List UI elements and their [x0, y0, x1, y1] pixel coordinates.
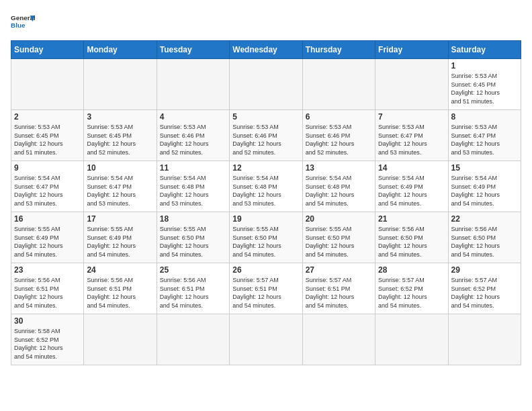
calendar-day-cell: 21Sunrise: 5:56 AM Sunset: 6:50 PM Dayli…: [375, 212, 448, 263]
day-number: 13: [306, 163, 372, 173]
calendar-day-cell: 6Sunrise: 5:53 AM Sunset: 6:46 PM Daylig…: [302, 110, 375, 161]
weekday-header-row: SundayMondayTuesdayWednesdayThursdayFrid…: [11, 41, 521, 59]
weekday-header-tuesday: Tuesday: [157, 41, 229, 59]
day-number: 1: [451, 61, 518, 71]
day-info: Sunrise: 5:57 AM Sunset: 6:52 PM Dayligh…: [378, 276, 445, 310]
day-number: 3: [87, 112, 153, 122]
day-number: 8: [451, 112, 518, 122]
calendar-day-cell: 13Sunrise: 5:54 AM Sunset: 6:48 PM Dayli…: [302, 161, 375, 212]
day-number: 22: [451, 214, 518, 224]
day-info: Sunrise: 5:53 AM Sunset: 6:45 PM Dayligh…: [451, 72, 518, 105]
page-header: General Blue: [11, 11, 521, 35]
day-info: Sunrise: 5:56 AM Sunset: 6:51 PM Dayligh…: [14, 276, 81, 310]
calendar-day-cell: 18Sunrise: 5:55 AM Sunset: 6:50 PM Dayli…: [157, 212, 229, 263]
calendar-day-cell: 19Sunrise: 5:55 AM Sunset: 6:50 PM Dayli…: [230, 212, 302, 263]
day-number: 21: [378, 214, 445, 224]
day-number: 23: [14, 265, 81, 275]
day-info: Sunrise: 5:53 AM Sunset: 6:45 PM Dayligh…: [14, 123, 81, 156]
calendar-week-row: 9Sunrise: 5:54 AM Sunset: 6:47 PM Daylig…: [11, 161, 521, 212]
day-number: 19: [232, 214, 299, 224]
day-number: 10: [87, 163, 153, 173]
calendar-day-cell: 3Sunrise: 5:53 AM Sunset: 6:45 PM Daylig…: [84, 110, 157, 161]
calendar-day-cell: [157, 314, 229, 365]
day-number: 6: [306, 112, 372, 122]
calendar-week-row: 23Sunrise: 5:56 AM Sunset: 6:51 PM Dayli…: [11, 263, 521, 314]
calendar-day-cell: 27Sunrise: 5:57 AM Sunset: 6:51 PM Dayli…: [302, 263, 375, 314]
calendar-day-cell: [230, 314, 302, 365]
calendar-day-cell: 5Sunrise: 5:53 AM Sunset: 6:46 PM Daylig…: [230, 110, 302, 161]
day-number: 16: [14, 214, 81, 224]
day-number: 9: [14, 163, 81, 173]
calendar-day-cell: 14Sunrise: 5:54 AM Sunset: 6:49 PM Dayli…: [375, 161, 448, 212]
day-info: Sunrise: 5:56 AM Sunset: 6:51 PM Dayligh…: [160, 276, 226, 310]
weekday-header-friday: Friday: [375, 41, 448, 59]
calendar-day-cell: 12Sunrise: 5:54 AM Sunset: 6:48 PM Dayli…: [230, 161, 302, 212]
calendar-day-cell: 24Sunrise: 5:56 AM Sunset: 6:51 PM Dayli…: [84, 263, 157, 314]
day-info: Sunrise: 5:53 AM Sunset: 6:46 PM Dayligh…: [232, 123, 299, 156]
generalblue-logo-icon: General Blue: [11, 11, 35, 35]
calendar-day-cell: [84, 314, 157, 365]
logo: General Blue: [11, 11, 35, 35]
day-info: Sunrise: 5:57 AM Sunset: 6:51 PM Dayligh…: [306, 276, 372, 310]
day-number: 12: [232, 163, 299, 173]
calendar-day-cell: [11, 59, 84, 110]
calendar-day-cell: [230, 59, 302, 110]
calendar-day-cell: 8Sunrise: 5:53 AM Sunset: 6:47 PM Daylig…: [448, 110, 521, 161]
day-number: 15: [451, 163, 518, 173]
day-info: Sunrise: 5:53 AM Sunset: 6:46 PM Dayligh…: [306, 123, 372, 156]
day-number: 26: [232, 265, 299, 275]
calendar-week-row: 1Sunrise: 5:53 AM Sunset: 6:45 PM Daylig…: [11, 59, 521, 110]
day-info: Sunrise: 5:54 AM Sunset: 6:49 PM Dayligh…: [378, 174, 445, 208]
day-number: 7: [378, 112, 445, 122]
svg-text:Blue: Blue: [11, 21, 26, 29]
calendar-table: SundayMondayTuesdayWednesdayThursdayFrid…: [11, 40, 521, 365]
day-number: 14: [378, 163, 445, 173]
day-number: 11: [160, 163, 226, 173]
calendar-week-row: 2Sunrise: 5:53 AM Sunset: 6:45 PM Daylig…: [11, 110, 521, 161]
day-info: Sunrise: 5:57 AM Sunset: 6:52 PM Dayligh…: [451, 276, 518, 310]
day-number: 24: [87, 265, 153, 275]
day-info: Sunrise: 5:56 AM Sunset: 6:50 PM Dayligh…: [451, 225, 518, 259]
day-info: Sunrise: 5:55 AM Sunset: 6:50 PM Dayligh…: [160, 225, 226, 259]
calendar-day-cell: 29Sunrise: 5:57 AM Sunset: 6:52 PM Dayli…: [448, 263, 521, 314]
day-number: 4: [160, 112, 226, 122]
day-info: Sunrise: 5:53 AM Sunset: 6:47 PM Dayligh…: [451, 123, 518, 156]
calendar-day-cell: 4Sunrise: 5:53 AM Sunset: 6:46 PM Daylig…: [157, 110, 229, 161]
day-info: Sunrise: 5:54 AM Sunset: 6:47 PM Dayligh…: [87, 174, 153, 208]
calendar-day-cell: 15Sunrise: 5:54 AM Sunset: 6:49 PM Dayli…: [448, 161, 521, 212]
calendar-day-cell: 2Sunrise: 5:53 AM Sunset: 6:45 PM Daylig…: [11, 110, 84, 161]
day-info: Sunrise: 5:58 AM Sunset: 6:52 PM Dayligh…: [14, 327, 81, 361]
day-info: Sunrise: 5:54 AM Sunset: 6:47 PM Dayligh…: [14, 174, 81, 208]
calendar-day-cell: [157, 59, 229, 110]
day-info: Sunrise: 5:54 AM Sunset: 6:48 PM Dayligh…: [232, 174, 299, 208]
calendar-day-cell: [375, 314, 448, 365]
day-info: Sunrise: 5:54 AM Sunset: 6:48 PM Dayligh…: [306, 174, 372, 208]
day-info: Sunrise: 5:54 AM Sunset: 6:48 PM Dayligh…: [160, 174, 226, 208]
weekday-header-sunday: Sunday: [11, 41, 84, 59]
calendar-day-cell: 17Sunrise: 5:55 AM Sunset: 6:49 PM Dayli…: [84, 212, 157, 263]
weekday-header-wednesday: Wednesday: [230, 41, 302, 59]
day-number: 29: [451, 265, 518, 275]
calendar-day-cell: 26Sunrise: 5:57 AM Sunset: 6:51 PM Dayli…: [230, 263, 302, 314]
day-number: 27: [306, 265, 372, 275]
weekday-header-monday: Monday: [84, 41, 157, 59]
day-info: Sunrise: 5:56 AM Sunset: 6:50 PM Dayligh…: [378, 225, 445, 259]
day-info: Sunrise: 5:54 AM Sunset: 6:49 PM Dayligh…: [451, 174, 518, 208]
day-number: 28: [378, 265, 445, 275]
calendar-day-cell: 25Sunrise: 5:56 AM Sunset: 6:51 PM Dayli…: [157, 263, 229, 314]
day-info: Sunrise: 5:55 AM Sunset: 6:49 PM Dayligh…: [87, 225, 153, 259]
calendar-day-cell: [302, 59, 375, 110]
calendar-day-cell: 7Sunrise: 5:53 AM Sunset: 6:47 PM Daylig…: [375, 110, 448, 161]
calendar-day-cell: 28Sunrise: 5:57 AM Sunset: 6:52 PM Dayli…: [375, 263, 448, 314]
calendar-week-row: 16Sunrise: 5:55 AM Sunset: 6:49 PM Dayli…: [11, 212, 521, 263]
calendar-day-cell: 20Sunrise: 5:55 AM Sunset: 6:50 PM Dayli…: [302, 212, 375, 263]
calendar-day-cell: 1Sunrise: 5:53 AM Sunset: 6:45 PM Daylig…: [448, 59, 521, 110]
calendar-day-cell: [448, 314, 521, 365]
day-number: 20: [306, 214, 372, 224]
calendar-day-cell: 16Sunrise: 5:55 AM Sunset: 6:49 PM Dayli…: [11, 212, 84, 263]
day-number: 17: [87, 214, 153, 224]
calendar-day-cell: [375, 59, 448, 110]
day-info: Sunrise: 5:53 AM Sunset: 6:46 PM Dayligh…: [160, 123, 226, 156]
day-info: Sunrise: 5:55 AM Sunset: 6:50 PM Dayligh…: [306, 225, 372, 259]
calendar-day-cell: 9Sunrise: 5:54 AM Sunset: 6:47 PM Daylig…: [11, 161, 84, 212]
